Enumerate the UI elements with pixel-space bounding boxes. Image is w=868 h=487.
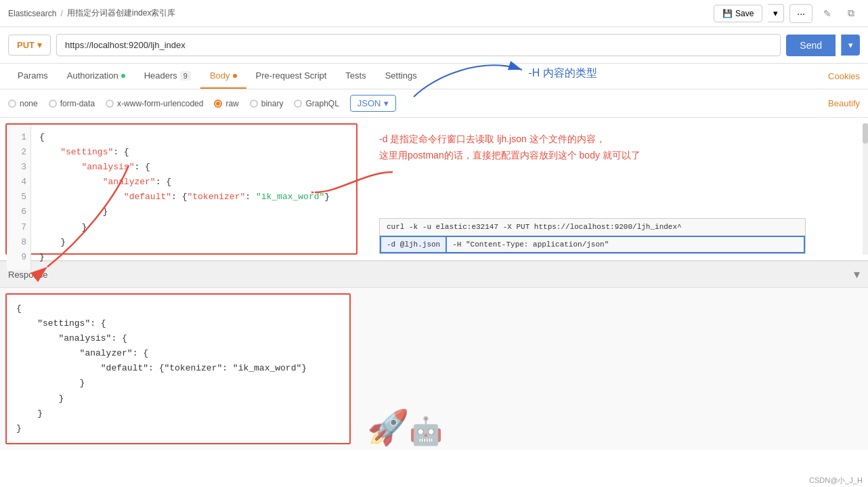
url-bar: PUT ▾ Send ▾ bbox=[0, 27, 868, 64]
breadcrumb-part1: Elasticsearch bbox=[8, 9, 56, 18]
json-type-arrow: ▾ bbox=[384, 98, 389, 108]
curl-d-part: -d @ljh.json bbox=[380, 236, 447, 253]
response-body: { "settings": { "analysis": { "analyzer"… bbox=[0, 288, 868, 450]
radio-none-label: none bbox=[20, 99, 38, 108]
tab-headers[interactable]: Headers 9 bbox=[135, 64, 200, 89]
radio-binary-label: binary bbox=[261, 99, 284, 108]
watermark: CSDN@小_J_H bbox=[809, 475, 863, 486]
radio-binary-circle bbox=[250, 100, 258, 108]
curl-line1: curl -k -u elastic:e32147 -X PUT https:/… bbox=[380, 219, 805, 236]
main-content: 123456789 { "settings": { "analysis": { … bbox=[0, 118, 868, 487]
tab-pre-request[interactable]: Pre-request Script bbox=[246, 64, 337, 89]
top-bar: Elasticsearch / 用指定分词器创建index索引库 💾 Save … bbox=[0, 0, 868, 27]
code-editor-section: 123456789 { "settings": { "analysis": { … bbox=[0, 118, 868, 260]
breadcrumb-part2: 用指定分词器创建index索引库 bbox=[67, 7, 176, 19]
save-dropdown-button[interactable]: ▾ bbox=[768, 4, 784, 22]
method-select[interactable]: PUT ▾ bbox=[8, 35, 51, 56]
annotation-h-type: -H 内容的类型 bbox=[529, 66, 597, 81]
json-type-label: JSON bbox=[357, 98, 381, 108]
method-label: PUT bbox=[17, 40, 35, 50]
send-button[interactable]: Send bbox=[786, 35, 836, 56]
radio-form-data-circle bbox=[49, 100, 57, 108]
annotation-section: -d 是指定命令行窗口去读取 ljh.json 这个文件的内容， 这里用post… bbox=[379, 131, 806, 254]
tab-tests[interactable]: Tests bbox=[336, 64, 375, 89]
copy-button[interactable]: ⧉ bbox=[842, 4, 860, 22]
tab-settings[interactable]: Settings bbox=[376, 64, 427, 89]
response-code: { "settings": { "analysis": { "analyzer"… bbox=[7, 295, 349, 443]
cookies-link[interactable]: Cookies bbox=[828, 71, 860, 81]
tab-body[interactable]: Body bbox=[200, 64, 246, 89]
tabs-bar: Params Authorization Headers 9 Body Pre-… bbox=[0, 64, 868, 89]
mascot-icon: 🤖 bbox=[409, 415, 443, 447]
radio-none[interactable]: none bbox=[8, 99, 38, 108]
save-label: Save bbox=[735, 9, 754, 18]
scrollbar-track[interactable] bbox=[863, 123, 868, 255]
breadcrumb: Elasticsearch / 用指定分词器创建index索引库 bbox=[8, 7, 175, 19]
more-button[interactable]: ··· bbox=[789, 4, 812, 23]
response-collapse-icon[interactable]: ▾ bbox=[854, 267, 860, 282]
curl-h-part: -H "Content-Type: application/json" bbox=[447, 236, 805, 253]
scrollbar-thumb[interactable] bbox=[863, 123, 868, 144]
rocket-icon: 🚀 bbox=[367, 408, 409, 447]
radio-graphql[interactable]: GraphQL bbox=[294, 99, 339, 108]
radio-raw-label: raw bbox=[225, 99, 238, 108]
curl-box: curl -k -u elastic:e32147 -X PUT https:/… bbox=[379, 218, 806, 254]
headers-count: 9 bbox=[180, 71, 191, 81]
send-dropdown-button[interactable]: ▾ bbox=[841, 35, 860, 56]
tab-params[interactable]: Params bbox=[8, 64, 58, 89]
url-input[interactable] bbox=[56, 34, 781, 56]
radio-urlencoded-circle bbox=[106, 100, 114, 108]
top-actions: 💾 Save ▾ ··· ✎ ⧉ bbox=[714, 4, 860, 23]
tab-authorization[interactable]: Authorization bbox=[58, 64, 135, 89]
radio-binary[interactable]: binary bbox=[250, 99, 284, 108]
radio-urlencoded[interactable]: x-www-form-urlencoded bbox=[106, 99, 203, 108]
radio-form-data[interactable]: form-data bbox=[49, 99, 95, 108]
radio-graphql-label: GraphQL bbox=[305, 99, 339, 108]
authorization-dot bbox=[121, 74, 125, 78]
radio-form-data-label: form-data bbox=[60, 99, 95, 108]
json-type-dropdown[interactable]: JSON ▾ bbox=[350, 95, 396, 112]
red-arrow-svg bbox=[311, 165, 393, 206]
breadcrumb-separator: / bbox=[60, 9, 62, 18]
radio-raw-circle bbox=[214, 100, 222, 108]
red-arrow2-svg bbox=[27, 158, 162, 294]
curl-line2: -d @ljh.json -H "Content-Type: applicati… bbox=[380, 236, 805, 253]
save-icon: 💾 bbox=[722, 9, 733, 18]
radio-graphql-circle bbox=[294, 100, 302, 108]
radio-none-circle bbox=[8, 100, 16, 108]
radio-urlencoded-label: x-www-form-urlencoded bbox=[117, 99, 203, 108]
body-dot bbox=[233, 74, 237, 78]
annotation-desc: -d 是指定命令行窗口去读取 ljh.json 这个文件的内容， 这里用post… bbox=[379, 131, 806, 164]
beautify-link[interactable]: Beautify bbox=[828, 98, 860, 108]
mascot-area: 🚀 🤖 bbox=[367, 291, 443, 447]
method-dropdown-icon: ▾ bbox=[37, 40, 42, 50]
response-code-box: { "settings": { "analysis": { "analyzer"… bbox=[5, 293, 351, 444]
save-button[interactable]: 💾 Save bbox=[714, 5, 762, 22]
edit-button[interactable]: ✎ bbox=[818, 5, 837, 22]
radio-raw[interactable]: raw bbox=[214, 99, 238, 108]
body-type-bar: none form-data x-www-form-urlencoded raw… bbox=[0, 89, 868, 118]
app-container: Elasticsearch / 用指定分词器创建index索引库 💾 Save … bbox=[0, 0, 868, 487]
